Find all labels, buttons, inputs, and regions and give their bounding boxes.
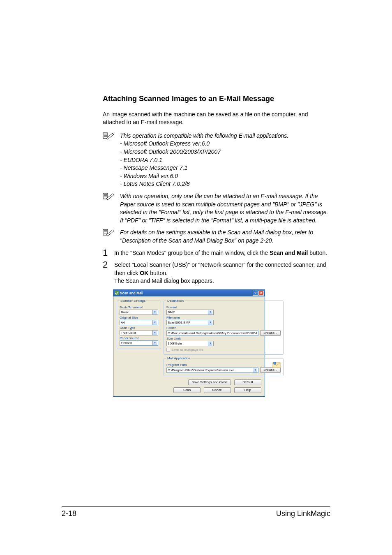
scan-and-mail-dialog: Scan and Mail ? ✕ Scanner Settings Basic… — [113, 289, 265, 397]
scan-button[interactable]: Scan — [173, 387, 201, 393]
chevron-down-icon: ▼ — [152, 310, 157, 314]
note-body: For details on the settings available in… — [118, 229, 330, 245]
filename-label: Filename — [166, 316, 281, 319]
format-select[interactable]: BMP▼ — [166, 310, 214, 315]
folder-label: Folder — [166, 326, 281, 330]
note-block: This operation is compatible with the fo… — [103, 132, 330, 188]
help-titlebar-button[interactable]: ? — [253, 291, 258, 296]
note-block: With one operation, only one file can be… — [103, 192, 330, 224]
default-button[interactable]: Default — [234, 379, 261, 385]
note-icon — [103, 132, 118, 140]
note-icon — [103, 229, 118, 237]
chevron-down-icon: ▼ — [208, 341, 212, 346]
folder-input[interactable]: C:\Documents and Settings\winter06\My Do… — [166, 331, 258, 336]
cancel-button[interactable]: Cancel — [204, 387, 231, 393]
note-body: With one operation, only one file can be… — [118, 192, 330, 224]
page-number: 2-18 — [62, 509, 76, 518]
scan-type-select[interactable]: True Color▼ — [120, 330, 158, 335]
filename-select[interactable]: Scan0001.BMP▼ — [166, 320, 214, 325]
save-multipage-checkbox[interactable]: Save as multipage file — [166, 348, 281, 352]
section-title: Attaching Scanned Images to an E-Mail Me… — [103, 95, 330, 103]
destination-legend: Destination — [166, 299, 184, 303]
folder-browse-button[interactable]: Browse... — [260, 330, 280, 336]
checkbox-icon — [166, 348, 170, 352]
chevron-down-icon: ▼ — [208, 320, 212, 325]
program-path-select[interactable]: C:\Program Files\Outlook Express\msimn.e… — [166, 368, 258, 373]
help-button[interactable]: Help — [234, 387, 261, 393]
chevron-down-icon: ▼ — [152, 341, 157, 345]
chevron-down-icon: ▼ — [253, 368, 257, 372]
basic-advanced-select[interactable]: Basic▼ — [120, 310, 158, 315]
page-footer: 2-18 Using LinkMagic — [62, 506, 330, 518]
scanner-settings-legend: Scanner Settings — [120, 299, 146, 303]
original-size-label: Original Size — [120, 316, 158, 319]
intro-paragraph: An image scanned with the machine can be… — [103, 111, 330, 126]
size-limit-select[interactable]: 150KByte▼ — [166, 341, 214, 346]
step-item: 1 In the "Scan Modes" group box of the m… — [103, 249, 330, 257]
basic-advanced-label: Basic/Advanced — [120, 305, 158, 309]
program-browse-button[interactable]: Browse... — [260, 367, 280, 373]
paper-source-label: Paper source — [120, 336, 158, 340]
chevron-down-icon: ▼ — [152, 320, 157, 325]
step-item: 2 Select "Local Scanner (USB)" or "Netwo… — [103, 261, 330, 285]
paper-source-select[interactable]: Flatbed▼ — [120, 340, 158, 346]
program-path-label: Program Path — [166, 363, 281, 367]
svg-marker-14 — [274, 362, 276, 364]
mail-application-group: Mail Application Program Path C:\Program… — [164, 356, 284, 376]
format-label: Format — [166, 305, 281, 309]
destination-group: Destination Format BMP▼ Filename Scan000… — [164, 299, 284, 355]
original-size-select[interactable]: A4▼ — [120, 320, 158, 325]
scan-type-label: Scan Type — [120, 326, 158, 330]
dialog-title: Scan and Mail — [120, 291, 143, 295]
step-number: 2 — [103, 259, 108, 271]
dialog-titlebar[interactable]: Scan and Mail ? ✕ — [113, 290, 265, 296]
save-settings-close-button[interactable]: Save Settings and Close — [188, 379, 231, 385]
step-number: 1 — [103, 247, 108, 259]
note-icon — [103, 192, 118, 201]
close-titlebar-button[interactable]: ✕ — [258, 291, 264, 296]
note-body: This operation is compatible with the fo… — [118, 132, 330, 188]
chevron-down-icon: ▼ — [208, 310, 212, 314]
size-limit-label: Size Limit — [166, 337, 281, 340]
footer-section-title: Using LinkMagic — [276, 509, 330, 518]
scanner-settings-group: Scanner Settings Basic/Advanced Basic▼ O… — [117, 299, 161, 349]
note-block: For details on the settings available in… — [103, 229, 330, 245]
chevron-down-icon: ▼ — [152, 331, 157, 335]
app-icon — [115, 291, 119, 295]
mail-icon — [272, 361, 281, 368]
mail-application-legend: Mail Application — [166, 356, 191, 360]
